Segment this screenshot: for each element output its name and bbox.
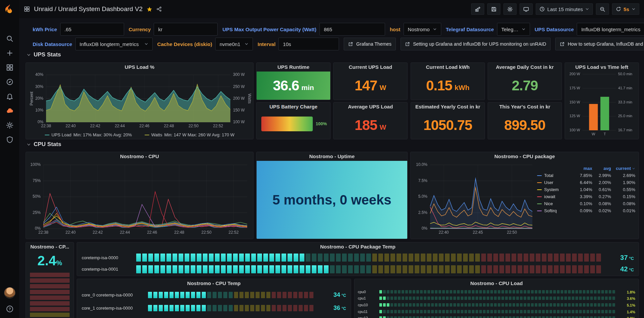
sidebar-item-cloud[interactable] xyxy=(6,107,13,115)
variable-currency: Currencykr xyxy=(129,23,218,36)
panel-title[interactable]: Average Daily Cost in kr xyxy=(488,63,562,72)
dashboard-link[interactable]: Grafana Themes xyxy=(344,38,396,50)
variable-ups-datasource: UPS DatasourceInfluxDB longterm_metrics xyxy=(535,23,644,36)
panel-title[interactable]: UPS Battery Charge xyxy=(257,102,330,111)
legend-current: 0.55% xyxy=(611,187,635,192)
grafana-logo[interactable] xyxy=(5,4,15,15)
legend-watts[interactable]: Watts Min: 147 W Max: 260 W Avg: 170 W xyxy=(145,132,234,137)
legend-swatch xyxy=(537,211,542,211)
variable-select[interactable]: Nostromo xyxy=(404,23,441,36)
add-panel-button[interactable] xyxy=(471,3,484,15)
share-icon[interactable] xyxy=(156,6,162,12)
user-avatar[interactable] xyxy=(4,287,15,299)
panel-title[interactable]: Nostromo - CPU xyxy=(26,152,253,161)
led-track xyxy=(379,316,616,318)
panel-title[interactable]: Nostromo - CPU Package Temp xyxy=(77,242,639,251)
variable-input[interactable]: .65 xyxy=(60,23,124,36)
variable-input[interactable]: kr xyxy=(154,23,218,36)
caret-down-icon xyxy=(144,42,148,46)
panel-title[interactable]: Current Load kWh xyxy=(411,63,485,72)
dashboard-settings-button[interactable] xyxy=(503,3,517,15)
help-icon[interactable]: ? xyxy=(6,305,13,313)
panel-title[interactable]: UPS Runtime xyxy=(257,63,330,72)
refresh-button[interactable]: 5s xyxy=(612,3,639,15)
gauge-row-cpu1: cpu13.6% xyxy=(358,296,635,301)
cpu-package-legend: maxavgcurrentTotal7.85%2.99%2.69%User6.4… xyxy=(535,161,637,237)
variable-label: Cache Devices (diskio) xyxy=(157,41,212,47)
legend-avg: 2.99% xyxy=(592,173,611,178)
variable-select[interactable]: nvme0n1 xyxy=(215,38,253,50)
legend-swatch xyxy=(145,135,149,135)
panel-title[interactable]: Average UPS Load xyxy=(334,102,407,111)
panel-ups-battery-charge: UPS Battery Charge 100% xyxy=(256,102,331,139)
panel-title[interactable]: Nostromo - CPU Temp xyxy=(77,279,351,288)
legend-series-name[interactable]: System xyxy=(537,187,573,192)
legend-series-name[interactable]: Nice xyxy=(537,201,573,206)
legend-swatch xyxy=(537,189,542,190)
panel-title[interactable]: Nostromo - CPU Load xyxy=(354,279,639,288)
panel-title[interactable]: UPS Load vs Time left xyxy=(565,63,639,72)
ups-load-vs-time-chart[interactable] xyxy=(566,72,637,138)
ups-load-legend: UPS Load Min: 17% Max: 30% Avg: 20% Watt… xyxy=(45,132,234,137)
variable-input[interactable]: 10s xyxy=(278,38,339,50)
caret-down-icon xyxy=(433,27,437,31)
dashboard-link[interactable]: How to setup Grafana, InfluxDB and Teleg… xyxy=(555,38,644,50)
cpu-load-gauges: cpu01.8%cpu13.6%cpu105.1%cpu111.4%cpu122… xyxy=(354,288,639,318)
panel-title[interactable]: Nostromo - CPU package xyxy=(411,152,639,161)
save-dashboard-button[interactable] xyxy=(487,3,500,15)
variable-select[interactable]: Telegraf xyxy=(497,23,530,36)
gauge-row-cpu12: cpu122.8% xyxy=(358,315,635,318)
legend-sort-current[interactable]: current xyxy=(611,166,635,171)
legend-series-name[interactable]: User xyxy=(537,180,573,185)
star-icon[interactable] xyxy=(147,6,152,12)
sidebar-item-dashboards[interactable] xyxy=(6,64,13,71)
stat-value: 147 W xyxy=(334,72,407,100)
panel-title[interactable]: This Year's Cost in kr xyxy=(488,102,562,111)
panel-average-ups-load: Average UPS Load 185 W xyxy=(333,102,408,139)
panel-title[interactable]: Estimated Yearly Cost in kr xyxy=(411,102,485,111)
legend-series-name[interactable]: Softirq xyxy=(537,208,573,213)
sidebar-item-settings[interactable] xyxy=(6,122,13,129)
lcd-cell xyxy=(30,307,70,311)
variable-telegraf-datasource: Telegraf DatasourceTelegraf xyxy=(446,23,530,36)
section-cpu-stats[interactable]: CPU Stats xyxy=(27,141,61,148)
panel-title[interactable]: Current UPS Load xyxy=(334,63,407,72)
variable-select[interactable]: InfluxDB longterm_metrics xyxy=(75,38,153,50)
zoom-out-button[interactable] xyxy=(596,3,609,15)
panel-title[interactable]: Nostromo - Uptime xyxy=(257,152,407,161)
clock-icon xyxy=(539,6,545,12)
sidebar-item-explore[interactable] xyxy=(6,78,13,86)
legend-sort-avg[interactable]: avg xyxy=(592,166,611,171)
tv-mode-button[interactable] xyxy=(520,3,533,15)
cpu-package-chart[interactable] xyxy=(412,161,535,237)
section-ups-stats[interactable]: UPS Stats xyxy=(27,51,61,58)
dashboard-title[interactable]: Unraid / Unraid System Dashboard V2 xyxy=(34,5,143,13)
variable-label: Disk Datasource xyxy=(33,41,72,47)
legend-sort-max[interactable]: max xyxy=(573,166,592,171)
apps-grid-icon xyxy=(24,6,30,12)
external-link-icon xyxy=(405,42,410,47)
sidebar-item-alerting[interactable] xyxy=(6,93,13,100)
panel-title[interactable]: UPS Load % xyxy=(26,63,253,72)
chevron-down-icon xyxy=(27,142,31,147)
gauge-label: core_1 coretemp-isa-0000 xyxy=(82,306,144,311)
stat-value: 899.50 xyxy=(488,111,562,139)
legend-series-name[interactable]: Total xyxy=(537,173,573,178)
sidebar-item-shield[interactable] xyxy=(6,136,13,143)
sidebar-item-plus[interactable] xyxy=(6,49,13,57)
dashboard-link[interactable]: Setting up Grafana and InfluxDB for UPS … xyxy=(401,38,551,50)
ups-load-chart[interactable] xyxy=(27,72,252,130)
sidebar-item-search[interactable] xyxy=(6,35,13,42)
legend-row-iowait: iowait3.39%0.27%0.15% xyxy=(537,193,635,200)
apps-grid-icon[interactable] xyxy=(24,6,30,12)
panel-title[interactable]: Nostromo - CP... xyxy=(26,242,74,251)
legend-series-name[interactable]: iowait xyxy=(537,194,573,199)
gauge-value: 34 °C xyxy=(323,291,346,299)
variable-input[interactable]: 865 xyxy=(319,23,385,36)
legend-ups-load[interactable]: UPS Load Min: 17% Max: 30% Avg: 20% xyxy=(45,132,132,137)
variable-select[interactable]: InfluxDB longterm_metrics xyxy=(577,23,644,36)
refresh-interval-label[interactable]: 5s xyxy=(623,6,629,12)
gauge-row-cpu11: cpu111.4% xyxy=(358,309,635,314)
cpu-chart[interactable] xyxy=(27,161,252,237)
time-range-picker[interactable]: Last 15 minutes xyxy=(536,3,593,15)
